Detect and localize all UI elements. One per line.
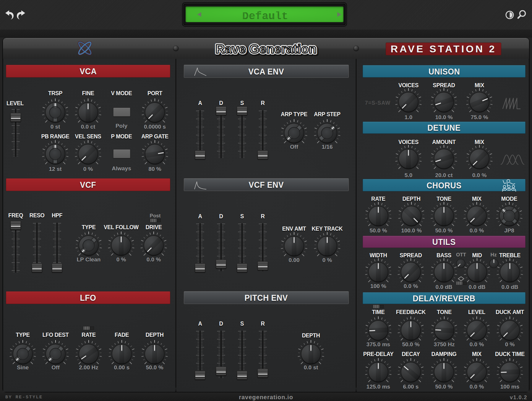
svg-text:Default: Default [242, 10, 288, 22]
svg-text:Rave Generation: Rave Generation [215, 42, 317, 56]
